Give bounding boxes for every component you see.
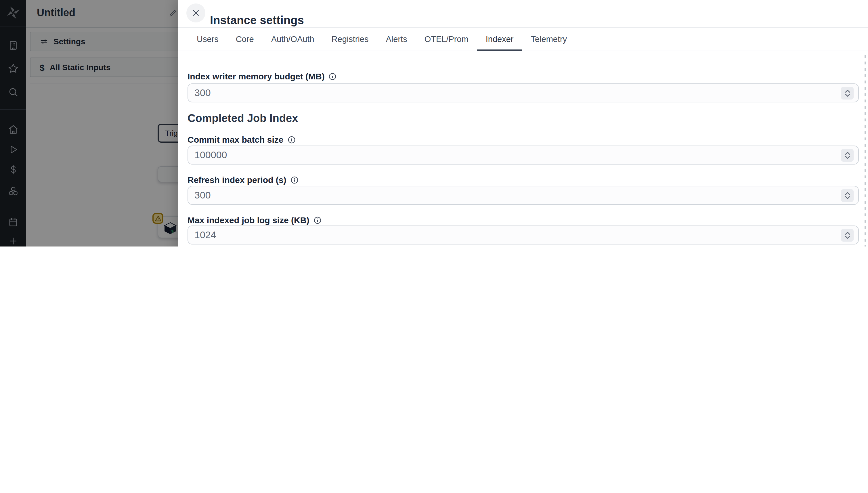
instance-settings-modal: Instance settings Users Core Auth/OAuth … — [178, 0, 868, 246]
index-writer-memory-input[interactable]: 300 — [188, 83, 859, 102]
input-value: 1024 — [194, 229, 216, 241]
tab-otel-prom[interactable]: OTEL/Prom — [416, 28, 477, 51]
info-icon[interactable] — [329, 72, 337, 80]
app-window: Untitled Settings $ All Static Inputs Tr… — [0, 0, 868, 246]
max-indexed-job-log-size-input[interactable]: 1024 — [188, 226, 859, 244]
info-icon[interactable] — [313, 216, 321, 224]
field-label: Max indexed job log size (KB) — [188, 215, 859, 226]
modal-title: Instance settings — [210, 14, 304, 27]
input-value: 100000 — [194, 149, 227, 161]
field-label: Index writer memory budget (MB) — [188, 71, 859, 82]
tab-alerts[interactable]: Alerts — [377, 28, 416, 51]
info-icon[interactable] — [290, 176, 298, 184]
tab-registries[interactable]: Registries — [323, 28, 377, 51]
input-value: 300 — [194, 190, 211, 201]
commit-max-batch-size-label: Commit max batch size — [188, 134, 283, 145]
number-stepper[interactable] — [841, 149, 854, 162]
close-icon — [192, 8, 200, 17]
settings-tabs: Users Core Auth/OAuth Registries Alerts … — [178, 28, 868, 51]
number-stepper[interactable] — [841, 87, 854, 100]
tab-auth-oauth[interactable]: Auth/OAuth — [263, 28, 323, 51]
tab-indexer[interactable]: Indexer — [477, 28, 522, 51]
number-stepper[interactable] — [841, 189, 854, 202]
info-icon[interactable] — [287, 135, 296, 144]
refresh-index-period-input[interactable]: 300 — [188, 186, 859, 205]
indexer-settings-body: Index writer memory budget (MB) 300 Comp… — [178, 71, 868, 246]
close-button[interactable] — [187, 3, 205, 22]
modal-scrollbar[interactable] — [865, 55, 866, 246]
tab-core[interactable]: Core — [227, 28, 263, 51]
modal-header: Instance settings — [178, 0, 868, 28]
commit-max-batch-size-input[interactable]: 100000 — [188, 146, 859, 165]
completed-job-index-heading: Completed Job Index — [188, 112, 859, 125]
index-writer-memory-label: Index writer memory budget (MB) — [188, 71, 325, 82]
max-indexed-job-log-size-label: Max indexed job log size (KB) — [188, 215, 309, 226]
refresh-index-period-label: Refresh index period (s) — [188, 174, 286, 185]
field-label: Commit max batch size — [188, 134, 859, 145]
field-label: Refresh index period (s) — [188, 174, 859, 185]
number-stepper[interactable] — [841, 229, 854, 242]
tab-telemetry[interactable]: Telemetry — [522, 28, 576, 51]
tab-users[interactable]: Users — [188, 28, 227, 51]
input-value: 300 — [194, 87, 211, 99]
